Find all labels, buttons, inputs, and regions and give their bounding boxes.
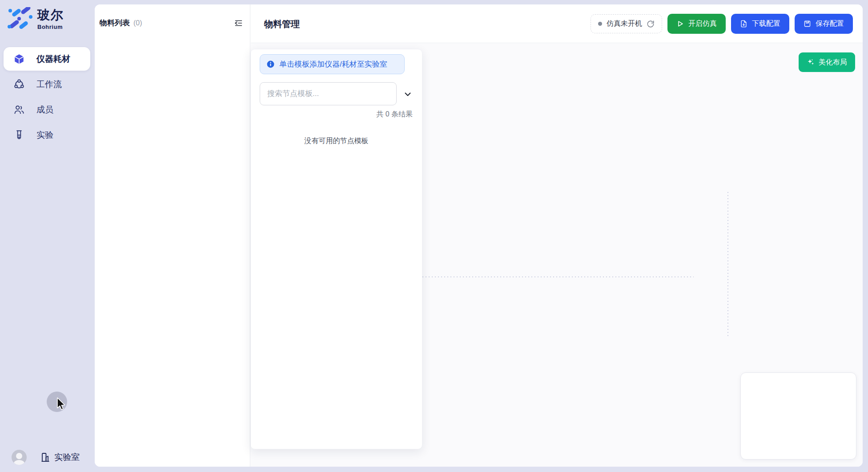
save-icon xyxy=(804,20,811,28)
sidebar-item-label: 实验 xyxy=(36,129,53,141)
cube-icon xyxy=(13,53,25,65)
sidebar-footer: 实验室 xyxy=(12,450,80,465)
status-dot-icon xyxy=(598,22,602,26)
sparkles-icon xyxy=(807,58,815,66)
materials-panel-title: 物料列表 xyxy=(100,18,130,28)
start-simulation-button[interactable]: 开启仿真 xyxy=(667,14,726,34)
content-container: 物料列表 (0) 物料管理 仿真未开机 xyxy=(95,4,863,467)
refresh-icon[interactable] xyxy=(647,20,655,28)
minimap-panel[interactable] xyxy=(740,372,856,460)
building-icon xyxy=(40,452,51,463)
user-avatar[interactable] xyxy=(12,450,27,465)
members-icon xyxy=(13,104,25,116)
sidebar-nav: 仪器耗材 工作流 成员 xyxy=(4,47,90,147)
sidebar: 玻尔 Bohrium 仪器耗材 工作流 xyxy=(0,0,95,472)
lab-switcher[interactable]: 实验室 xyxy=(40,452,80,463)
save-config-label: 保存配置 xyxy=(816,19,844,28)
canvas-guide-vertical xyxy=(727,192,728,336)
collapse-panel-icon[interactable] xyxy=(233,18,243,28)
brand-name-zh: 玻尔 xyxy=(37,9,64,21)
workflow-icon xyxy=(13,79,25,90)
node-template-panel: 单击模板添加仪器/耗材至实验室 共 0 条结果 没有可用的节点模板 xyxy=(250,49,422,449)
sidebar-item-workflow[interactable]: 工作流 xyxy=(4,72,90,96)
bohrium-logo-icon xyxy=(7,7,33,30)
beautify-layout-button[interactable]: 美化布局 xyxy=(799,52,855,72)
sidebar-item-label: 成员 xyxy=(36,104,53,116)
search-template-input[interactable] xyxy=(260,82,397,105)
experiment-icon xyxy=(13,129,25,141)
materials-count: (0) xyxy=(133,19,142,27)
result-count: 共 0 条结果 xyxy=(376,110,413,119)
download-config-label: 下载配置 xyxy=(752,19,780,28)
empty-state-text: 没有可用的节点模板 xyxy=(251,136,422,146)
cursor-pointer xyxy=(55,397,67,412)
simulation-status-label: 仿真未开机 xyxy=(607,19,642,28)
brand-name-en: Bohrium xyxy=(37,24,64,30)
materials-panel: 物料列表 (0) xyxy=(95,4,250,467)
start-simulation-label: 开启仿真 xyxy=(688,19,717,28)
beautify-layout-label: 美化布局 xyxy=(819,58,847,67)
sidebar-item-members[interactable]: 成员 xyxy=(4,98,90,121)
info-icon xyxy=(266,60,275,68)
file-download-icon xyxy=(740,20,747,28)
brand: 玻尔 Bohrium xyxy=(7,7,64,30)
save-config-button[interactable]: 保存配置 xyxy=(795,14,853,34)
info-banner: 单击模板添加仪器/耗材至实验室 xyxy=(260,54,405,74)
sidebar-item-label: 仪器耗材 xyxy=(36,53,70,65)
canvas-guide-horizontal xyxy=(422,276,694,277)
sidebar-item-instruments[interactable]: 仪器耗材 xyxy=(4,47,90,71)
lab-label: 实验室 xyxy=(54,452,80,463)
main-header: 物料管理 仿真未开机 开启仿真 xyxy=(251,4,863,43)
chevron-down-icon[interactable] xyxy=(401,88,414,101)
sidebar-item-experiments[interactable]: 实验 xyxy=(4,123,90,147)
simulation-status-pill[interactable]: 仿真未开机 xyxy=(591,14,662,33)
play-icon xyxy=(676,20,684,28)
sidebar-item-label: 工作流 xyxy=(36,79,62,90)
page-title: 物料管理 xyxy=(264,18,300,30)
info-banner-text: 单击模板添加仪器/耗材至实验室 xyxy=(279,59,387,69)
download-config-button[interactable]: 下载配置 xyxy=(731,14,789,34)
